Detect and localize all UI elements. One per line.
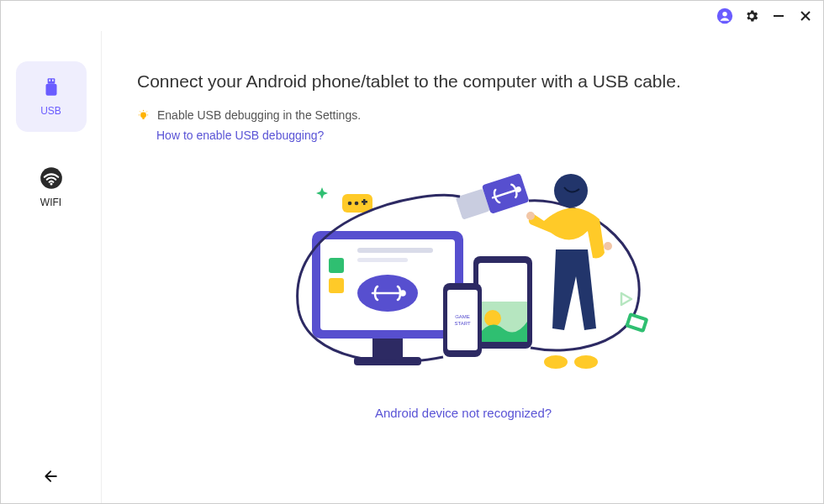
- svg-point-47: [544, 355, 568, 369]
- svg-point-46: [554, 174, 588, 207]
- close-button[interactable]: [795, 5, 816, 27]
- minimize-button[interactable]: [768, 5, 790, 27]
- tip-row: Enable USB debugging in the Settings.: [137, 108, 790, 122]
- svg-point-50: [604, 242, 612, 250]
- svg-rect-7: [51, 79, 53, 81]
- svg-rect-29: [357, 248, 433, 253]
- svg-point-10: [50, 182, 52, 185]
- body: USB WIFI Connect your Android phone/tabl…: [1, 31, 823, 504]
- svg-line-16: [140, 111, 140, 112]
- svg-rect-28: [329, 278, 344, 293]
- wifi-icon: [40, 166, 63, 190]
- device-not-recognized-link[interactable]: Android device not recognized?: [137, 406, 790, 420]
- svg-point-33: [401, 291, 405, 296]
- headline: Connect your Android phone/tablet to the…: [137, 71, 790, 92]
- close-icon: [800, 10, 811, 22]
- svg-point-20: [355, 202, 359, 206]
- svg-point-19: [348, 202, 352, 206]
- minimize-icon: [773, 10, 784, 22]
- svg-rect-8: [45, 84, 56, 96]
- svg-point-45: [516, 187, 521, 192]
- help-link-usb-debugging[interactable]: How to enable USB debugging?: [156, 129, 790, 142]
- connect-illustration: GAME START: [278, 167, 648, 386]
- svg-point-37: [484, 310, 501, 327]
- lightbulb-icon: [137, 109, 150, 122]
- titlebar: [1, 1, 823, 31]
- usb-icon: [40, 76, 62, 98]
- svg-rect-6: [49, 79, 50, 81]
- tip-text: Enable USB debugging in the Settings.: [157, 108, 361, 122]
- account-icon: [716, 8, 733, 24]
- svg-rect-30: [357, 258, 408, 262]
- gear-icon: [744, 8, 759, 24]
- tab-usb[interactable]: USB: [16, 61, 87, 132]
- back-button[interactable]: [43, 468, 60, 488]
- svg-point-49: [526, 212, 535, 220]
- svg-rect-39: [447, 290, 478, 350]
- svg-text:START: START: [454, 321, 470, 326]
- settings-button[interactable]: [741, 5, 763, 27]
- sidebar: USB WIFI: [1, 31, 102, 504]
- svg-point-48: [574, 355, 598, 369]
- svg-point-1: [722, 12, 727, 17]
- account-button[interactable]: [714, 5, 736, 27]
- svg-rect-27: [329, 258, 344, 273]
- back-arrow-icon: [43, 468, 60, 485]
- svg-rect-25: [372, 339, 403, 357]
- tab-usb-label: USB: [40, 105, 61, 117]
- svg-point-11: [140, 112, 146, 118]
- svg-rect-5: [47, 78, 55, 84]
- tab-wifi-label: WIFI: [40, 197, 61, 208]
- tab-wifi[interactable]: WIFI: [16, 152, 87, 223]
- svg-text:GAME: GAME: [455, 314, 470, 319]
- svg-rect-22: [363, 199, 366, 205]
- svg-line-17: [146, 111, 147, 112]
- main-panel: Connect your Android phone/tablet to the…: [102, 31, 823, 504]
- svg-rect-12: [142, 118, 145, 119]
